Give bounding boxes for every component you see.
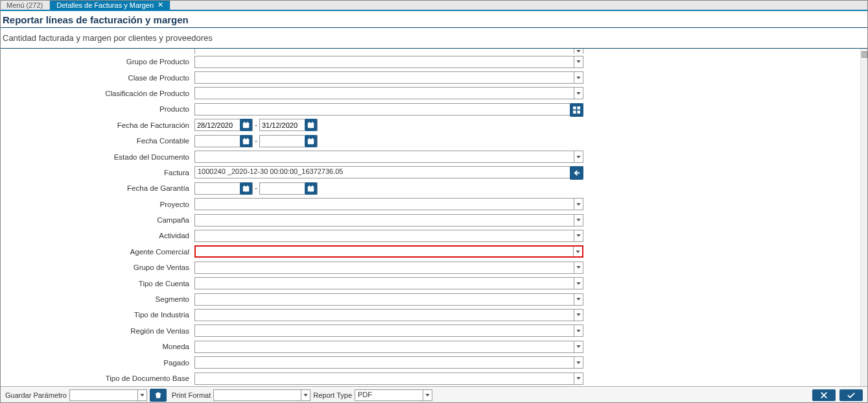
combo-estado-del-documento[interactable]: [194, 151, 583, 163]
date-range-fecha-de-facturacion: -: [194, 119, 318, 131]
chevron-down-icon[interactable]: [574, 373, 583, 384]
chevron-down-icon[interactable]: [574, 215, 583, 226]
calendar-button[interactable]: [240, 182, 252, 195]
combo-value: [195, 71, 200, 82]
form-row: Factura1000240 _2020-12-30 00:00:00_1637…: [0, 165, 860, 180]
field-wrap: -: [194, 182, 583, 195]
print-format-value: [214, 390, 219, 399]
date-input[interactable]: [259, 119, 318, 131]
combo-segmento[interactable]: [194, 293, 583, 306]
print-format-combo[interactable]: [213, 389, 311, 401]
report-type-combo[interactable]: PDF: [355, 389, 432, 401]
date-input[interactable]: [259, 135, 318, 147]
date-field[interactable]: [260, 121, 301, 130]
chevron-down-icon[interactable]: [574, 357, 583, 368]
chevron-down-icon[interactable]: [137, 390, 147, 400]
combo-campana[interactable]: [194, 214, 583, 226]
combo-agente-comercial[interactable]: [194, 245, 583, 258]
close-icon[interactable]: ✕: [158, 1, 163, 9]
chevron-down-icon[interactable]: [573, 247, 582, 256]
combo-actividad[interactable]: [194, 230, 583, 242]
truncated-combo[interactable]: [194, 49, 583, 54]
lookup-button[interactable]: [570, 166, 583, 180]
field-label: Fecha de Garantía: [0, 184, 194, 192]
date-field[interactable]: [260, 184, 301, 193]
chevron-down-icon[interactable]: [574, 151, 583, 162]
form-row: Tipo de Cuenta: [0, 275, 860, 291]
field-label: Pagado: [0, 359, 194, 367]
chevron-down-icon[interactable]: [574, 262, 583, 273]
field-label: Grupo de Ventas: [0, 263, 194, 271]
date-input[interactable]: [194, 135, 253, 147]
form-row: Moneda: [0, 339, 860, 354]
combo-value: [195, 324, 200, 335]
confirm-button[interactable]: [839, 389, 863, 401]
chevron-down-icon[interactable]: [574, 341, 583, 352]
scroll-thumb[interactable]: [862, 51, 867, 58]
calendar-button[interactable]: [305, 119, 317, 131]
field-label: Clasificación de Producto: [0, 90, 194, 97]
svg-rect-25: [308, 186, 314, 188]
cancel-button[interactable]: [812, 389, 836, 401]
chevron-down-icon[interactable]: [574, 49, 583, 54]
combo-proyecto[interactable]: [194, 198, 583, 210]
date-input[interactable]: [259, 182, 318, 195]
combo-clasificacion-de-producto[interactable]: [194, 87, 583, 99]
vertical-scrollbar[interactable]: [860, 49, 868, 387]
chevron-down-icon[interactable]: [301, 390, 310, 400]
svg-rect-15: [247, 138, 248, 139]
chevron-down-icon[interactable]: [574, 199, 583, 210]
field-wrap: [194, 230, 583, 242]
field-label: Actividad: [0, 232, 194, 239]
chevron-down-icon[interactable]: [574, 72, 583, 83]
date-field[interactable]: [195, 121, 237, 130]
combo-value: [195, 262, 200, 272]
lookup-button[interactable]: [570, 103, 583, 117]
combo-moneda[interactable]: [194, 341, 583, 353]
combo-value: [195, 214, 200, 225]
combo-grupo-de-producto[interactable]: [194, 56, 583, 68]
chevron-down-icon[interactable]: [574, 278, 583, 289]
date-input[interactable]: [194, 119, 253, 131]
save-param-combo[interactable]: [69, 389, 147, 401]
date-input[interactable]: [194, 182, 253, 195]
date-field[interactable]: [260, 136, 301, 145]
form-row: Región de Ventas: [0, 323, 860, 339]
svg-rect-6: [244, 122, 245, 123]
date-field[interactable]: [195, 184, 237, 193]
combo-tipo-de-industria[interactable]: [194, 309, 583, 321]
svg-rect-1: [577, 106, 580, 110]
lookup-producto[interactable]: [194, 103, 583, 116]
combo-pagado[interactable]: [194, 356, 583, 369]
chevron-down-icon[interactable]: [574, 310, 583, 321]
tab-active[interactable]: Detalles de Facturas y Margen ✕: [50, 0, 170, 10]
chevron-down-icon[interactable]: [574, 230, 583, 241]
calendar-button[interactable]: [305, 182, 317, 195]
tab-menu[interactable]: Menú (272): [0, 0, 50, 10]
combo-value: [195, 309, 200, 319]
combo-value: [196, 246, 201, 256]
combo-value: [195, 56, 200, 66]
chevron-down-icon[interactable]: [423, 390, 432, 400]
chevron-down-icon[interactable]: [574, 294, 583, 305]
range-separator: -: [255, 136, 257, 145]
lookup-factura[interactable]: 1000240 _2020-12-30 00:00:00_16372736.05: [194, 166, 583, 178]
svg-rect-23: [247, 186, 248, 187]
combo-region-de-ventas[interactable]: [194, 324, 583, 337]
chevron-down-icon[interactable]: [574, 56, 583, 67]
chevron-down-icon[interactable]: [574, 88, 583, 99]
form-row: Tipo de Industria: [0, 307, 860, 323]
calendar-button[interactable]: [240, 119, 252, 131]
range-separator: -: [255, 184, 257, 193]
combo-tipo-de-cuenta[interactable]: [194, 277, 583, 289]
delete-button[interactable]: [150, 389, 167, 402]
chevron-down-icon[interactable]: [574, 325, 583, 336]
date-field[interactable]: [195, 136, 237, 145]
combo-tipo-de-documento-base[interactable]: [194, 372, 583, 385]
combo-grupo-de-ventas[interactable]: [194, 262, 583, 274]
field-wrap: [194, 277, 583, 289]
calendar-button[interactable]: [305, 135, 317, 147]
calendar-button[interactable]: [240, 135, 252, 147]
combo-clase-de-producto[interactable]: [194, 71, 583, 84]
field-wrap: [194, 103, 583, 116]
